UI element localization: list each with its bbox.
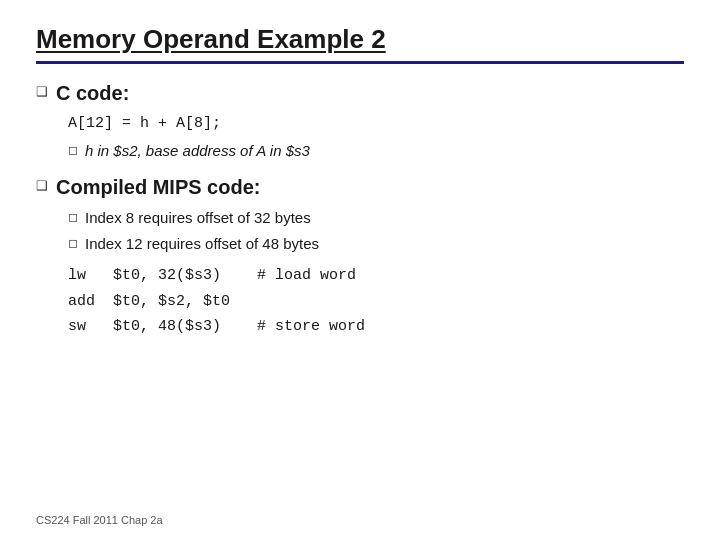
mips-section: ❑ Compiled MIPS code: ◻ Index 8 requires…	[36, 176, 684, 340]
c-code-section: ❑ C code: A[12] = h + A[8]; ◻ h in $s2, …	[36, 82, 684, 162]
mips-line-3: sw $t0, 48($s3) # store word	[68, 314, 684, 340]
c-code-label: C code:	[56, 82, 129, 105]
index-bullet-icon-2: ◻	[68, 236, 78, 250]
mips-code-block: lw $t0, 32($s3) # load word add $t0, $s2…	[68, 263, 684, 340]
mips-comment-3: # store word	[257, 314, 365, 340]
sub-bullet-icon-1: ◻	[68, 143, 78, 157]
bullet-icon-1: ❑	[36, 84, 48, 99]
mips-line-1: lw $t0, 32($s3) # load word	[68, 263, 684, 289]
index-bullet-2: ◻ Index 12 requires offset of 48 bytes	[68, 233, 684, 256]
slide-title: Memory Operand Example 2	[36, 24, 386, 54]
c-code-bullet-row: ❑ C code:	[36, 82, 684, 105]
title-section: Memory Operand Example 2	[36, 24, 684, 64]
mips-line-2: add $t0, $s2, $t0	[68, 289, 684, 315]
mips-instruction-2: add $t0, $s2, $t0	[68, 289, 230, 315]
footer: CS224 Fall 2011 Chap 2a	[36, 514, 163, 526]
slide-container: Memory Operand Example 2 ❑ C code: A[12]…	[0, 0, 720, 540]
c-code-sub-text: h in $s2, base address of A in $s3	[85, 140, 310, 163]
bullet-icon-2: ❑	[36, 178, 48, 193]
footer-text: CS224 Fall 2011 Chap 2a	[36, 514, 163, 526]
mips-comment-1: # load word	[257, 263, 356, 289]
mips-instruction-1: lw $t0, 32($s3)	[68, 263, 257, 289]
c-code-line: A[12] = h + A[8];	[68, 113, 684, 136]
mips-bullet-row: ❑ Compiled MIPS code:	[36, 176, 684, 199]
mips-instruction-3: sw $t0, 48($s3)	[68, 314, 257, 340]
index-bullet-icon-1: ◻	[68, 210, 78, 224]
mips-label: Compiled MIPS code:	[56, 176, 260, 199]
index-bullet-1: ◻ Index 8 requires offset of 32 bytes	[68, 207, 684, 230]
c-code-sub-bullet: ◻ h in $s2, base address of A in $s3	[68, 140, 684, 163]
index-text-1: Index 8 requires offset of 32 bytes	[85, 207, 311, 230]
index-text-2: Index 12 requires offset of 48 bytes	[85, 233, 319, 256]
